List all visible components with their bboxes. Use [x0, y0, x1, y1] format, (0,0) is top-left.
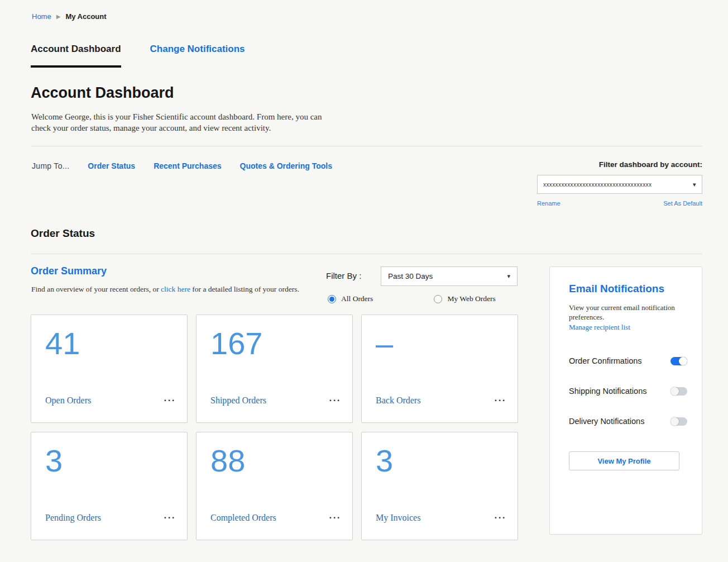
completed-orders-link[interactable]: Completed Orders [210, 513, 276, 523]
order-summary-heading: Order Summary [31, 265, 107, 277]
order-filter-radios: All Orders My Web Orders [328, 294, 496, 303]
divider [31, 254, 702, 254]
email-notifications-panel: Email Notifications View your current em… [549, 266, 702, 535]
shipping-notifications-label: Shipping Notifications [569, 387, 646, 396]
radio-icon [328, 295, 336, 303]
jump-to-label: Jump To... [32, 161, 69, 170]
radio-my-web-orders-label: My Web Orders [447, 294, 495, 303]
order-count: – [376, 327, 504, 360]
order-confirmations-label: Order Confirmations [569, 356, 642, 365]
manage-recipient-list-link[interactable]: Manage recipient list [569, 323, 630, 332]
toggle-row-delivery-notifications: Delivery Notifications [569, 417, 687, 426]
caret-down-icon: ▾ [693, 181, 696, 188]
radio-icon [434, 295, 442, 303]
jump-to-nav: Jump To... Order Status Recent Purchases… [32, 161, 332, 170]
overflow-menu-icon[interactable]: ··· [329, 515, 341, 521]
account-filter-select[interactable]: xxxxxxxxxxxxxxxxxxxxxxxxxxxxxxxxxxxx ▾ [537, 175, 702, 194]
order-count: 3 [45, 445, 173, 478]
page-title: Account Dashboard [31, 84, 174, 102]
account-filter-value: xxxxxxxxxxxxxxxxxxxxxxxxxxxxxxxxxxxx [543, 182, 652, 188]
breadcrumb-home-link[interactable]: Home [32, 12, 51, 21]
order-count: 41 [45, 327, 173, 360]
card-my-invoices: 3 My Invoices ··· [361, 432, 518, 540]
overflow-menu-icon[interactable]: ··· [495, 398, 506, 403]
card-completed-orders: 88 Completed Orders ··· [196, 432, 353, 540]
account-filter-actions: Rename Set As Default [537, 200, 702, 207]
jump-link-recent-purchases[interactable]: Recent Purchases [154, 161, 221, 170]
filter-by-label: Filter By : [326, 271, 361, 280]
overflow-menu-icon[interactable]: ··· [164, 398, 176, 403]
order-count: 88 [210, 445, 338, 478]
delivery-notifications-toggle[interactable] [670, 417, 687, 426]
card-shipped-orders: 167 Shipped Orders ··· [196, 315, 353, 423]
order-summary-text: Find an overview of your recent orders, … [31, 285, 299, 294]
toggle-row-order-confirmations: Order Confirmations [569, 356, 687, 365]
order-summary-cards: 41 Open Orders ··· 167 Shipped Orders ··… [31, 315, 518, 540]
overflow-menu-icon[interactable]: ··· [495, 515, 506, 521]
breadcrumb-separator-icon: ▶ [56, 13, 61, 20]
radio-all-orders-label: All Orders [341, 294, 373, 303]
account-filter-label: Filter dashboard by account: [537, 160, 702, 169]
shipping-notifications-toggle[interactable] [670, 387, 687, 396]
card-pending-orders: 3 Pending Orders ··· [31, 432, 188, 540]
order-confirmations-toggle[interactable] [670, 357, 687, 365]
overflow-menu-icon[interactable]: ··· [164, 515, 176, 521]
tab-bar: Account Dashboard Change Notifications [31, 44, 245, 68]
pending-orders-link[interactable]: Pending Orders [45, 513, 101, 523]
divider [31, 146, 702, 146]
breadcrumb-current: My Account [65, 12, 106, 21]
breadcrumb: Home ▶ My Account [32, 12, 107, 21]
my-invoices-link[interactable]: My Invoices [376, 513, 420, 523]
email-notifications-heading: Email Notifications [569, 283, 687, 295]
radio-my-web-orders[interactable]: My Web Orders [434, 294, 495, 303]
account-filter: Filter dashboard by account: xxxxxxxxxxx… [537, 160, 702, 207]
delivery-notifications-label: Delivery Notifications [569, 417, 644, 426]
rename-link[interactable]: Rename [537, 200, 561, 207]
order-count: 167 [210, 327, 338, 360]
view-my-profile-button[interactable]: View My Profile [569, 451, 679, 470]
shipped-orders-link[interactable]: Shipped Orders [210, 396, 266, 406]
back-orders-link[interactable]: Back Orders [376, 396, 420, 406]
welcome-text: Welcome George, this is your Fisher Scie… [31, 111, 330, 134]
summary-text-after: for a detailed listing of your orders. [190, 285, 299, 293]
jump-link-quotes-ordering-tools[interactable]: Quotes & Ordering Tools [240, 161, 332, 170]
date-range-value: Past 30 Days [388, 272, 433, 280]
date-range-select[interactable]: Past 30 Days ▾ [381, 266, 518, 286]
caret-down-icon: ▾ [507, 273, 510, 280]
card-open-orders: 41 Open Orders ··· [31, 315, 188, 423]
jump-link-order-status[interactable]: Order Status [88, 161, 135, 170]
email-notifications-description: View your current email notification pre… [569, 303, 681, 322]
summary-text-before: Find an overview of your recent orders, … [31, 285, 161, 293]
tab-change-notifications[interactable]: Change Notifications [150, 44, 245, 68]
card-back-orders: – Back Orders ··· [361, 315, 518, 423]
order-status-heading: Order Status [31, 227, 95, 240]
overflow-menu-icon[interactable]: ··· [329, 398, 341, 403]
click-here-link[interactable]: click here [161, 285, 190, 293]
toggle-row-shipping-notifications: Shipping Notifications [569, 387, 687, 396]
order-count: 3 [376, 445, 504, 478]
set-as-default-link[interactable]: Set As Default [663, 200, 702, 207]
open-orders-link[interactable]: Open Orders [45, 396, 91, 406]
tab-account-dashboard[interactable]: Account Dashboard [31, 44, 121, 68]
radio-all-orders[interactable]: All Orders [328, 294, 373, 303]
